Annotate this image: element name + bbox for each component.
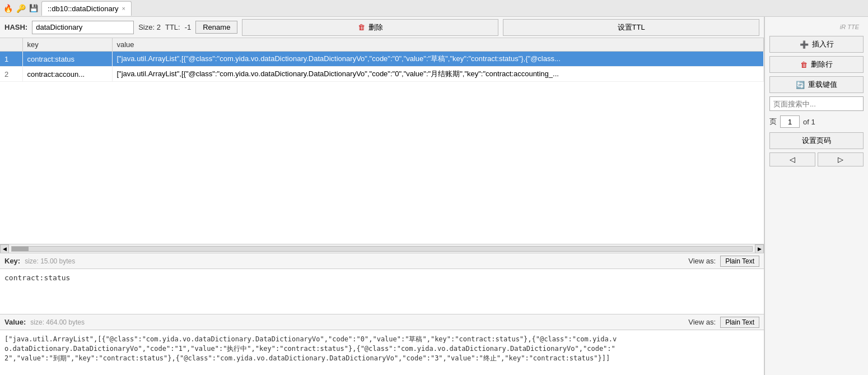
hash-label: HASH: <box>4 23 27 31</box>
left-panel: HASH: Size: 2 TTL: -1 Rename 🗑 删除 设置TTL … <box>0 17 764 375</box>
scroll-track[interactable] <box>11 246 753 252</box>
tab-label: ::db10::dataDictionary <box>48 4 118 13</box>
key-size: size: 15.00 bytes <box>25 257 75 265</box>
db-icon: 💾 <box>29 4 38 12</box>
trash-icon: 🗑 <box>800 61 808 69</box>
reload-button[interactable]: 🔄 重载键值 <box>769 76 864 93</box>
rename-button[interactable]: Rename <box>195 21 237 34</box>
page-of-label: of 1 <box>803 118 815 126</box>
key-view-as-button[interactable]: Plain Text <box>720 256 759 267</box>
delete-hash-button[interactable]: 🗑 删除 <box>242 19 498 36</box>
prev-page-button[interactable]: ◁ <box>769 152 815 166</box>
key-label: Key: <box>4 257 20 265</box>
cell-key: contract:accoun... <box>22 67 112 82</box>
cell-row-num: 1 <box>0 52 22 67</box>
hash-input[interactable] <box>32 21 134 34</box>
cell-key: contract:status <box>22 52 112 67</box>
value-section: Value: size: 464.00 bytes View as: Plain… <box>0 314 764 375</box>
flame-icon: 🔥 <box>3 4 13 13</box>
main-container: HASH: Size: 2 TTL: -1 Rename 🗑 删除 设置TTL … <box>0 17 868 375</box>
right-panel: iR TTE ➕ 插入行 🗑 删除行 🔄 重载键值 页 of 1 设置页码 ◁ … <box>764 17 868 375</box>
table-row[interactable]: 2contract:accoun...["java.util.ArrayList… <box>0 67 764 82</box>
plus-icon: ➕ <box>800 40 809 49</box>
table-header-row: key value <box>0 38 764 52</box>
value-view-as-button[interactable]: Plain Text <box>720 317 759 328</box>
delete-row-button[interactable]: 🗑 删除行 <box>769 56 864 73</box>
set-ttl-button[interactable]: 设置TTL <box>503 19 759 36</box>
scroll-thumb[interactable] <box>12 247 29 251</box>
cell-value: ["java.util.ArrayList",[{"@class":"com.y… <box>112 52 764 67</box>
reload-icon: 🔄 <box>796 81 805 89</box>
tab-datadictionary[interactable]: ::db10::dataDictionary × <box>41 1 132 16</box>
ttl-label: TTL: <box>165 23 180 31</box>
scroll-right-arrow[interactable]: ▶ <box>755 244 764 253</box>
ttl-value: -1 <box>185 23 192 31</box>
col-header-key: key <box>22 38 112 52</box>
scroll-left-arrow[interactable]: ◀ <box>0 244 9 253</box>
cell-value: ["java.util.ArrayList",[{"@class":"com.y… <box>112 67 764 82</box>
key-view-as-label: View as: <box>688 257 716 265</box>
value-view-as-label: View as: <box>688 318 716 326</box>
key-icon: 🔑 <box>16 4 26 13</box>
hash-bar: HASH: Size: 2 TTL: -1 Rename 🗑 删除 设置TTL <box>0 17 764 38</box>
top-right-label: iR TTE <box>769 21 864 33</box>
insert-row-button[interactable]: ➕ 插入行 <box>769 36 864 53</box>
horizontal-scrollbar[interactable]: ◀ ▶ <box>0 244 764 253</box>
next-page-button[interactable]: ▷ <box>818 152 864 166</box>
table-row[interactable]: 1contract:status["java.util.ArrayList",[… <box>0 52 764 67</box>
page-control: 页 of 1 <box>769 114 864 129</box>
delete-icon: 🗑 <box>358 23 365 31</box>
key-section: Key: size: 15.00 bytes View as: Plain Te… <box>0 253 764 314</box>
size-label: Size: 2 <box>138 23 161 31</box>
search-input[interactable] <box>769 96 864 111</box>
value-content: ["java.util.ArrayList",[{"@class":"com.y… <box>0 330 764 375</box>
cell-row-num: 2 <box>0 67 22 82</box>
col-header-row <box>0 38 22 52</box>
set-page-button[interactable]: 设置页码 <box>769 132 864 149</box>
value-label: Value: <box>4 318 26 326</box>
col-header-value: value <box>112 38 764 52</box>
key-content: contract:status <box>0 269 764 314</box>
data-table: key value 1contract:status["java.util.Ar… <box>0 38 764 82</box>
page-number-input[interactable] <box>780 115 800 128</box>
value-header: Value: size: 464.00 bytes View as: Plain… <box>0 314 764 330</box>
key-header: Key: size: 15.00 bytes View as: Plain Te… <box>0 253 764 269</box>
close-icon[interactable]: × <box>122 5 125 12</box>
title-bar: 🔥 🔑 💾 ::db10::dataDictionary × <box>0 0 868 17</box>
navigation-buttons: ◁ ▷ <box>769 152 864 166</box>
page-label: 页 <box>769 117 777 127</box>
table-container: key value 1contract:status["java.util.Ar… <box>0 38 764 244</box>
value-size: size: 464.00 bytes <box>30 318 85 326</box>
